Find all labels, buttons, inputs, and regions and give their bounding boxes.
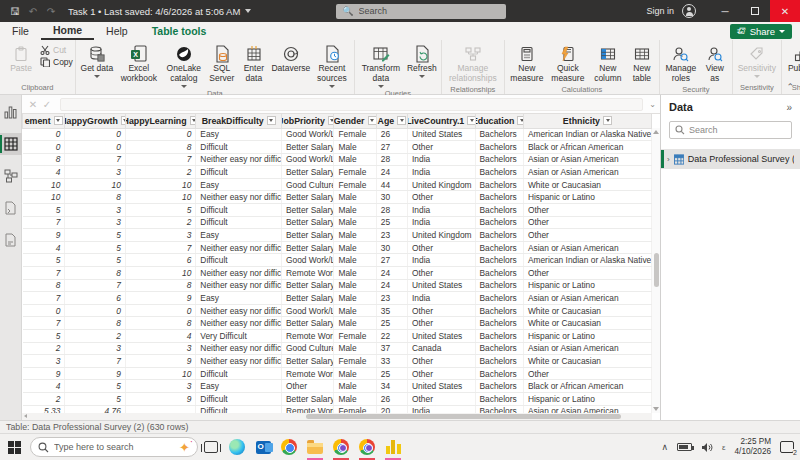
table-cell[interactable]: Easy: [196, 292, 282, 305]
table-cell[interactable]: 8: [125, 141, 196, 154]
table-cell[interactable]: Male: [334, 241, 376, 254]
table-cell[interactable]: Asian or Asian American: [523, 153, 651, 166]
table-cell[interactable]: 28: [376, 204, 407, 217]
table-cell[interactable]: 2: [125, 216, 196, 229]
table-cell[interactable]: Good Culture: [282, 178, 334, 191]
table-cell[interactable]: India: [407, 292, 475, 305]
table-cell[interactable]: 8: [23, 153, 65, 166]
expand-formula-icon[interactable]: ⌄: [649, 100, 656, 109]
outlook-button[interactable]: [250, 434, 276, 460]
notification-center-icon[interactable]: [780, 441, 794, 453]
table-cell[interactable]: Bachelors: [475, 392, 523, 405]
share-button[interactable]: 🖅 Share: [730, 24, 792, 39]
table-cell[interactable]: Bachelors: [475, 367, 523, 380]
column-header[interactable]: LiveCountry.1: [407, 114, 475, 128]
table-cell[interactable]: White or Caucasian: [523, 355, 651, 368]
data-panel-search[interactable]: [669, 121, 792, 139]
new-table-button[interactable]: New table: [627, 42, 657, 84]
table-view-button[interactable]: [0, 133, 22, 155]
table-cell[interactable]: 28: [376, 153, 407, 166]
table-cell[interactable]: Bachelors: [475, 355, 523, 368]
column-header[interactable]: HappyGrowth: [65, 114, 125, 128]
table-cell[interactable]: 5: [65, 380, 125, 393]
table-cell[interactable]: Hispanic or Latino: [523, 191, 651, 204]
table-cell[interactable]: Remote Work: [282, 367, 334, 380]
table-cell[interactable]: 4: [23, 380, 65, 393]
horizontal-scrollbar[interactable]: [22, 413, 652, 420]
table-cell[interactable]: Bachelors: [475, 317, 523, 330]
table-cell[interactable]: 0: [65, 141, 125, 154]
scroll-up-icon[interactable]: [653, 130, 659, 134]
table-cell[interactable]: Other: [407, 317, 475, 330]
table-cell[interactable]: 24: [376, 279, 407, 292]
account-icon[interactable]: [682, 4, 696, 18]
table-cell[interactable]: Easy: [196, 178, 282, 191]
taskbar-search[interactable]: ✦: [30, 437, 198, 457]
filter-icon[interactable]: [190, 116, 196, 125]
powerbi-button[interactable]: [380, 434, 406, 460]
table-cell[interactable]: 4: [23, 241, 65, 254]
table-cell[interactable]: Very Difficult: [196, 330, 282, 343]
data-panel-table-item[interactable]: › Data Professional Survey (2): [661, 149, 800, 169]
table-cell[interactable]: Bachelors: [475, 141, 523, 154]
table-cell[interactable]: 25: [376, 317, 407, 330]
table-cell[interactable]: Difficult: [196, 204, 282, 217]
table-cell[interactable]: Good Work/Life: [282, 254, 334, 267]
vertical-scroll-thumb[interactable]: [654, 253, 659, 287]
horizontal-scroll-thumb[interactable]: [306, 414, 621, 419]
hidden-icons-chevron[interactable]: ∧: [661, 442, 668, 452]
table-cell[interactable]: 7: [23, 216, 65, 229]
scroll-left-icon[interactable]: [24, 414, 27, 418]
table-cell[interactable]: Better Salary: [282, 191, 334, 204]
table-cell[interactable]: Difficult: [196, 216, 282, 229]
table-cell[interactable]: Good Work/Life: [282, 304, 334, 317]
dax-query-view-button[interactable]: [0, 197, 22, 219]
new-measure-button[interactable]: New measure: [507, 42, 547, 84]
table-cell[interactable]: Other: [523, 216, 651, 229]
table-cell[interactable]: Better Salary: [282, 392, 334, 405]
table-cell[interactable]: 5: [23, 330, 65, 343]
tab-file[interactable]: File: [0, 22, 41, 40]
table-cell[interactable]: 0: [65, 128, 125, 141]
table-cell[interactable]: Bachelors: [475, 342, 523, 355]
sign-in-button[interactable]: Sign in: [646, 6, 674, 16]
table-cell[interactable]: White or Caucasian: [523, 304, 651, 317]
table-cell[interactable]: 0: [65, 304, 125, 317]
table-cell[interactable]: Asian or Asian American: [523, 342, 651, 355]
column-header[interactable]: ement: [23, 114, 65, 128]
table-cell[interactable]: Bachelors: [475, 241, 523, 254]
table-cell[interactable]: 30: [376, 191, 407, 204]
table-cell[interactable]: Good Work/Life: [282, 153, 334, 166]
chrome-button[interactable]: [276, 434, 302, 460]
column-header[interactable]: BreakDifficulty: [196, 114, 282, 128]
recent-sources-button[interactable]: Recent sources: [312, 42, 352, 88]
table-cell[interactable]: Male: [334, 153, 376, 166]
filter-icon[interactable]: [121, 116, 125, 125]
scroll-down-icon[interactable]: [653, 407, 659, 411]
table-cell[interactable]: 3: [65, 166, 125, 179]
table-cell[interactable]: 7: [125, 241, 196, 254]
table-cell[interactable]: Neither easy nor difficult: [196, 355, 282, 368]
table-cell[interactable]: 24: [376, 166, 407, 179]
dataverse-button[interactable]: Dataverse: [270, 42, 312, 74]
sensitivity-button[interactable]: Sensitivity: [735, 42, 779, 78]
table-cell[interactable]: 4: [125, 330, 196, 343]
table-cell[interactable]: 8: [23, 279, 65, 292]
table-cell[interactable]: 8: [65, 267, 125, 280]
table-cell[interactable]: Asian or Asian American: [523, 166, 651, 179]
table-cell[interactable]: Female: [334, 355, 376, 368]
table-cell[interactable]: Difficult: [196, 166, 282, 179]
table-cell[interactable]: 7: [65, 279, 125, 292]
table-cell[interactable]: 3: [65, 216, 125, 229]
column-header[interactable]: HappyLearning: [125, 114, 196, 128]
column-header[interactable]: Ethnicity: [523, 114, 651, 128]
report-view-button[interactable]: [0, 101, 22, 123]
table-cell[interactable]: India: [407, 216, 475, 229]
table-cell[interactable]: Male: [334, 304, 376, 317]
table-cell[interactable]: Easy: [196, 229, 282, 242]
table-cell[interactable]: Other: [523, 229, 651, 242]
table-cell[interactable]: United States: [407, 380, 475, 393]
table-cell[interactable]: Male: [334, 204, 376, 217]
collapse-ribbon-icon[interactable]: ⌃: [786, 82, 794, 92]
start-button[interactable]: [0, 441, 28, 454]
